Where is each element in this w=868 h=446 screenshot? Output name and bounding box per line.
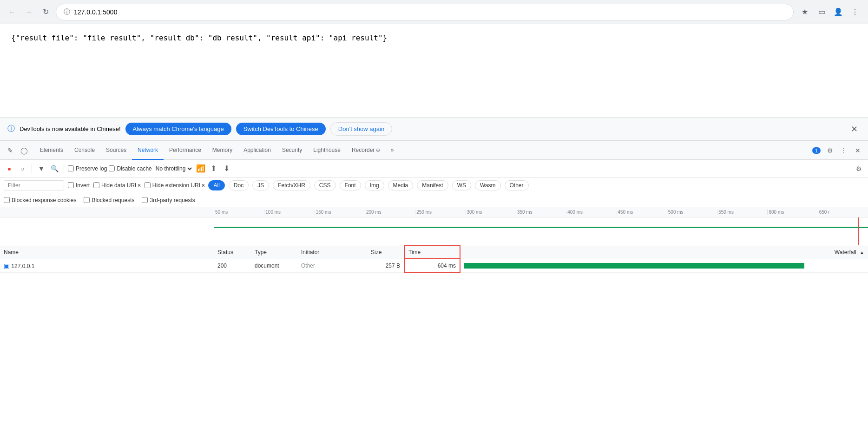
network-table: Name Status Type Initiator Size bbox=[0, 245, 868, 273]
tab-application[interactable]: Application bbox=[238, 141, 276, 160]
tab-security[interactable]: Security bbox=[276, 141, 308, 160]
filter-type-media[interactable]: Media bbox=[388, 180, 414, 190]
switch-devtools-button[interactable]: Switch DevTools to Chinese bbox=[236, 123, 326, 135]
dont-show-button[interactable]: Don't show again bbox=[330, 122, 392, 136]
third-party-label[interactable]: 3rd-party requests bbox=[142, 197, 195, 203]
table-row[interactable]: ▣ 127.0.0.1 200 document Other 257 B bbox=[0, 259, 868, 272]
disable-cache-label[interactable]: Disable cache bbox=[109, 165, 151, 172]
blocked-cookies-checkbox[interactable] bbox=[4, 197, 10, 203]
invert-checkbox[interactable] bbox=[68, 182, 74, 188]
reload-button[interactable]: ↻ bbox=[39, 6, 52, 19]
waterfall-bar-container bbox=[464, 263, 864, 269]
network-toolbar: ● ○ ▼ 🔍 Preserve log Disable cache No th… bbox=[0, 160, 868, 177]
tab-console[interactable]: Console bbox=[69, 141, 100, 160]
inspect-element-button[interactable]: ✎ bbox=[4, 144, 17, 157]
blocked-requests-checkbox[interactable] bbox=[84, 197, 90, 203]
blocked-row: Blocked response cookies Blocked request… bbox=[0, 193, 868, 207]
timeline-ruler: 50 ms 100 ms 150 ms 200 ms 250 ms 300 ms… bbox=[0, 207, 868, 217]
filter-type-css[interactable]: CSS bbox=[314, 180, 336, 190]
tab-elements[interactable]: Elements bbox=[34, 141, 69, 160]
url-input[interactable] bbox=[74, 8, 786, 16]
tab-memory[interactable]: Memory bbox=[207, 141, 238, 160]
devtools-notification: ⓘ DevTools is now available in Chinese! … bbox=[0, 117, 868, 141]
wifi-icon-button[interactable]: 📶 bbox=[195, 163, 206, 174]
hide-ext-urls-checkbox[interactable] bbox=[145, 182, 151, 188]
filter-type-ws[interactable]: WS bbox=[452, 180, 471, 190]
preserve-log-label[interactable]: Preserve log bbox=[68, 165, 107, 172]
col-header-type[interactable]: Type bbox=[251, 246, 297, 259]
filter-type-font[interactable]: Font bbox=[340, 180, 361, 190]
filter-input[interactable] bbox=[4, 180, 64, 190]
clear-button[interactable]: ○ bbox=[17, 163, 28, 174]
col-header-waterfall[interactable]: Waterfall ▲ bbox=[460, 246, 868, 259]
ruler-mark-1: 50 ms bbox=[214, 210, 264, 215]
menu-button[interactable]: ⋮ bbox=[848, 5, 862, 20]
filter-type-fetch-xhr[interactable]: Fetch/XHR bbox=[273, 180, 310, 190]
hide-data-urls-label[interactable]: Hide data URLs bbox=[93, 182, 141, 189]
browser-toolbar-icons: ★ ▭ 👤 ⋮ bbox=[797, 5, 862, 20]
green-line bbox=[214, 227, 868, 228]
profile-button[interactable]: 👤 bbox=[831, 5, 846, 20]
preserve-log-checkbox[interactable] bbox=[68, 165, 74, 171]
tab-sources[interactable]: Sources bbox=[100, 141, 132, 160]
ruler-mark-13: 650 r bbox=[818, 210, 868, 215]
invert-label[interactable]: Invert bbox=[68, 182, 90, 189]
col-header-initiator[interactable]: Initiator bbox=[297, 246, 367, 259]
cell-name: ▣ 127.0.0.1 bbox=[0, 259, 214, 272]
col-header-time[interactable]: Time bbox=[404, 246, 460, 259]
upload-button[interactable]: ⬆ bbox=[208, 163, 219, 174]
filter-type-doc[interactable]: Doc bbox=[229, 180, 249, 190]
blocked-requests-label[interactable]: Blocked requests bbox=[84, 197, 134, 203]
split-tab-button[interactable]: ▭ bbox=[814, 5, 829, 20]
disable-cache-checkbox[interactable] bbox=[109, 165, 115, 171]
forward-button[interactable]: → bbox=[22, 6, 35, 19]
hide-data-urls-checkbox[interactable] bbox=[93, 182, 99, 188]
tab-more[interactable]: » bbox=[385, 141, 400, 160]
waterfall-right bbox=[214, 217, 868, 245]
ruler-mark-11: 550 ms bbox=[717, 210, 767, 215]
cell-time: 604 ms bbox=[404, 259, 460, 272]
network-settings-button[interactable]: ⚙ bbox=[853, 163, 864, 174]
waterfall-bar bbox=[464, 263, 804, 269]
separator-1 bbox=[32, 164, 32, 173]
bookmark-button[interactable]: ★ bbox=[797, 5, 812, 20]
throttle-select[interactable]: No throttling bbox=[154, 165, 193, 172]
record-button[interactable]: ● bbox=[4, 163, 15, 174]
filter-type-other[interactable]: Other bbox=[505, 180, 529, 190]
filter-type-wasm[interactable]: Wasm bbox=[475, 180, 501, 190]
devtools-settings-button[interactable]: ⚙ bbox=[823, 144, 836, 157]
notification-close-button[interactable]: ✕ bbox=[848, 123, 861, 136]
hide-ext-urls-label[interactable]: Hide extension URLs bbox=[145, 182, 205, 189]
devtools-more-button[interactable]: ⋮ bbox=[837, 144, 850, 157]
devtools-tabbar: ✎ ◯ Elements Console Sources Network Per… bbox=[0, 141, 868, 160]
ruler-mark-12: 600 ms bbox=[767, 210, 817, 215]
col-header-name[interactable]: Name bbox=[0, 246, 214, 259]
col-header-status[interactable]: Status bbox=[214, 246, 251, 259]
col-header-size[interactable]: Size bbox=[367, 246, 404, 259]
filter-type-manifest[interactable]: Manifest bbox=[417, 180, 448, 190]
filter-type-img[interactable]: Img bbox=[365, 180, 384, 190]
third-party-checkbox[interactable] bbox=[142, 197, 148, 203]
info-icon: ⓘ bbox=[7, 124, 15, 134]
filter-type-all[interactable]: All bbox=[208, 180, 224, 190]
tab-performance[interactable]: Performance bbox=[164, 141, 207, 160]
tab-network[interactable]: Network bbox=[132, 141, 164, 160]
tab-recorder[interactable]: Recorder ⎉ bbox=[346, 141, 385, 160]
device-mode-button[interactable]: ◯ bbox=[18, 144, 31, 157]
download-button[interactable]: ⬇ bbox=[221, 163, 232, 174]
search-button[interactable]: 🔍 bbox=[49, 163, 60, 174]
tab-lighthouse[interactable]: Lighthouse bbox=[308, 141, 346, 160]
page-content: {"result_file": "file result", "result_d… bbox=[0, 24, 868, 117]
filter-bar: Invert Hide data URLs Hide extension URL… bbox=[0, 177, 868, 193]
filter-toggle-button[interactable]: ▼ bbox=[36, 163, 47, 174]
filter-type-js[interactable]: JS bbox=[252, 180, 269, 190]
ruler-mark-9: 450 ms bbox=[617, 210, 667, 215]
devtools-close-button[interactable]: ✕ bbox=[851, 144, 864, 157]
ruler-mark-3: 150 ms bbox=[315, 210, 365, 215]
ruler-mark-5: 250 ms bbox=[415, 210, 465, 215]
back-button[interactable]: ← bbox=[6, 6, 19, 19]
security-icon: ⓘ bbox=[64, 8, 70, 16]
json-output: {"result_file": "file result", "result_d… bbox=[11, 33, 387, 42]
always-match-button[interactable]: Always match Chrome's language bbox=[125, 123, 231, 135]
blocked-cookies-label[interactable]: Blocked response cookies bbox=[4, 197, 76, 203]
